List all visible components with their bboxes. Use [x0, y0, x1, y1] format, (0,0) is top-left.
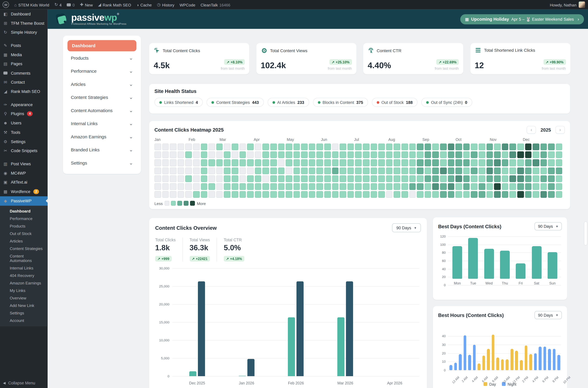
- sidebar-item-posts[interactable]: ✎Posts: [0, 41, 48, 50]
- heatmap-cell[interactable]: [154, 191, 161, 198]
- heatmap-cell[interactable]: [216, 183, 223, 190]
- bar-thu[interactable]: [500, 251, 510, 279]
- heatmap-cell[interactable]: [208, 159, 215, 166]
- admin-bar-item-rank-math-seo[interactable]: ◢Rank Math SEO: [95, 0, 134, 9]
- heatmap-cell[interactable]: [517, 183, 524, 190]
- heatmap-cell[interactable]: [502, 151, 508, 158]
- heatmap-cell[interactable]: [154, 159, 161, 166]
- avatar[interactable]: [579, 1, 585, 8]
- plugin-nav-item-content-automations[interactable]: Content Automations⌄: [68, 104, 136, 117]
- heatmap-cell[interactable]: [286, 159, 292, 166]
- heatmap-cell[interactable]: [154, 175, 161, 182]
- heatmap-cell[interactable]: [401, 159, 408, 166]
- heatmap-cell[interactable]: [232, 159, 238, 166]
- heatmap-cell[interactable]: [386, 151, 393, 158]
- submenu-item-content-automations[interactable]: Content Automations: [0, 252, 48, 264]
- heatmap-cell[interactable]: [494, 175, 501, 182]
- heatmap-cell[interactable]: [340, 151, 346, 158]
- heatmap-cell[interactable]: [278, 144, 285, 150]
- heatmap-cell[interactable]: [517, 175, 524, 182]
- heatmap-cell[interactable]: [247, 167, 254, 174]
- heatmap-cell[interactable]: [440, 151, 447, 158]
- heatmap-cell[interactable]: [347, 167, 354, 174]
- heatmap-cell[interactable]: [185, 191, 192, 198]
- heatmap-cell[interactable]: [309, 191, 316, 198]
- heatmap-cell[interactable]: [479, 175, 485, 182]
- sidebar-item-wordfence[interactable]: ▩Wordfence2: [0, 187, 48, 196]
- heatmap-cell[interactable]: [201, 191, 207, 198]
- bar-views-dark[interactable]: [247, 359, 254, 376]
- heatmap-cell[interactable]: [216, 144, 223, 150]
- overview-range-select[interactable]: 90 Days▼: [392, 223, 421, 232]
- heatmap-cell[interactable]: [533, 151, 539, 158]
- heatmap-cell[interactable]: [177, 159, 184, 166]
- submenu-item-products[interactable]: Products: [0, 222, 48, 230]
- heatmap-cell[interactable]: [185, 167, 192, 174]
- heatmap-cell[interactable]: [301, 175, 308, 182]
- heatmap-cell[interactable]: [232, 144, 238, 150]
- sidebar-item-appearance[interactable]: ✑Appearance: [0, 100, 48, 109]
- heatmap-cell[interactable]: [533, 144, 539, 150]
- heatmap-cell[interactable]: [309, 151, 316, 158]
- heatmap-cell[interactable]: [301, 159, 308, 166]
- heatmap-cell[interactable]: [154, 151, 161, 158]
- heatmap-cell[interactable]: [386, 159, 393, 166]
- bar-clicks-green[interactable]: [189, 371, 196, 376]
- heatmap-cell[interactable]: [394, 167, 400, 174]
- heatmap-cell[interactable]: [517, 144, 524, 150]
- heatmap-cell[interactable]: [270, 183, 277, 190]
- submenu-item-settings[interactable]: Settings: [0, 309, 48, 316]
- heatmap-cell[interactable]: [525, 183, 532, 190]
- heatmap-cell[interactable]: [363, 144, 369, 150]
- heatmap-cell[interactable]: [479, 191, 485, 198]
- bar-hour-21[interactable]: [548, 349, 551, 370]
- sidebar-item-post-views[interactable]: ▥Post Views: [0, 159, 48, 169]
- heatmap-cell[interactable]: [193, 191, 199, 198]
- heatmap-cell[interactable]: [270, 167, 277, 174]
- health-pill-blocks-in-content[interactable]: Blocks in Content375: [313, 98, 368, 107]
- submenu-item-account[interactable]: Account: [0, 316, 48, 324]
- heatmap-cell[interactable]: [201, 151, 207, 158]
- heatmap-cell[interactable]: [309, 175, 316, 182]
- heatmap-cell[interactable]: [301, 183, 308, 190]
- heatmap-cell[interactable]: [239, 175, 246, 182]
- heatmap-cell[interactable]: [162, 183, 169, 190]
- heatmap-cell[interactable]: [556, 183, 562, 190]
- heatmap-cell[interactable]: [332, 159, 339, 166]
- heatmap-cell[interactable]: [255, 144, 261, 150]
- heatmap-cell[interactable]: [540, 191, 547, 198]
- heatmap-cell[interactable]: [324, 175, 331, 182]
- admin-bar-item-stem-kids-world[interactable]: ⌂STEM Kids World: [12, 0, 52, 9]
- heatmap-cell[interactable]: [486, 144, 493, 150]
- heatmap-cell[interactable]: [170, 159, 176, 166]
- heatmap-cell[interactable]: [347, 151, 354, 158]
- heatmap-cell[interactable]: [371, 183, 377, 190]
- sidebar-item-rank-math-seo[interactable]: ◢Rank Math SEO: [0, 87, 48, 96]
- heatmap-cell[interactable]: [170, 183, 176, 190]
- heatmap-cell[interactable]: [239, 167, 246, 174]
- heatmap-cell[interactable]: [185, 175, 192, 182]
- bar-tue[interactable]: [468, 238, 478, 279]
- bar-clicks-green[interactable]: [288, 317, 295, 376]
- heatmap-cell[interactable]: [193, 175, 199, 182]
- heatmap-cell[interactable]: [471, 167, 478, 174]
- heatmap-cell[interactable]: [409, 191, 416, 198]
- admin-bar-item-4[interactable]: ↻4: [52, 0, 64, 9]
- heatmap-cell[interactable]: [517, 159, 524, 166]
- heatmap-cell[interactable]: [463, 175, 470, 182]
- heatmap-cell[interactable]: [224, 167, 230, 174]
- heatmap-cell[interactable]: [247, 191, 254, 198]
- heatmap-cell[interactable]: [425, 144, 431, 150]
- health-pill-content-strategies[interactable]: Content Strategies443: [207, 98, 264, 107]
- heatmap-cell[interactable]: [409, 151, 416, 158]
- heatmap-cell[interactable]: [363, 159, 369, 166]
- heatmap-cell[interactable]: [479, 159, 485, 166]
- heatmap-cell[interactable]: [371, 144, 377, 150]
- heatmap-cell[interactable]: [347, 144, 354, 150]
- heatmap-cell[interactable]: [486, 151, 493, 158]
- heatmap-cell[interactable]: [347, 159, 354, 166]
- heatmap-cell[interactable]: [463, 191, 470, 198]
- admin-bar-item-cache[interactable]: ◑Cache: [134, 0, 154, 9]
- heatmap-cell[interactable]: [239, 144, 246, 150]
- heatmap-cell[interactable]: [239, 151, 246, 158]
